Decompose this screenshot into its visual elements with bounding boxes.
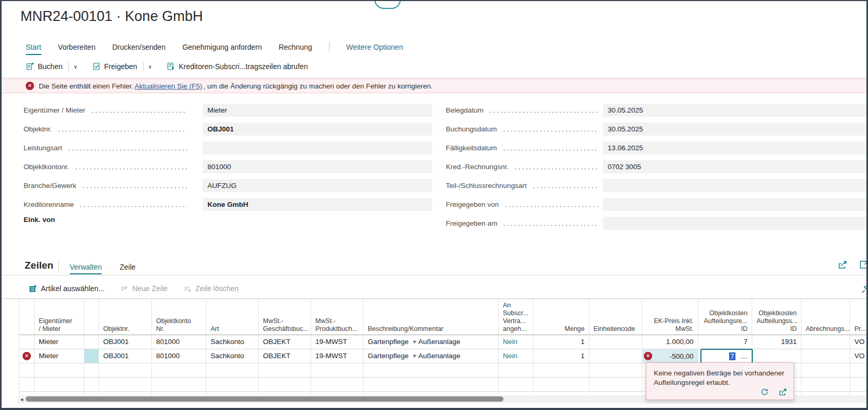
- expand-icon[interactable]: [859, 260, 868, 270]
- row2-abrechnungs[interactable]: [801, 349, 850, 363]
- row2-einheitencode[interactable]: [589, 349, 642, 363]
- belegdatum-field[interactable]: 30.05.2025: [603, 104, 868, 117]
- col-header-ek-preis[interactable]: EK-Preis Inkl. MwSt.: [642, 299, 698, 335]
- empty-cell[interactable]: [19, 392, 35, 395]
- empty-cell[interactable]: [589, 392, 642, 395]
- empty-cell[interactable]: [206, 363, 259, 378]
- row2-ek-preis[interactable]: × -500,00: [642, 349, 698, 363]
- branche-gewerk-field[interactable]: AUFZUG: [203, 179, 432, 192]
- row1-art[interactable]: Sachkonto: [206, 335, 259, 349]
- row1-ek-preis[interactable]: 1.000,00: [642, 335, 698, 349]
- empty-cell[interactable]: [499, 392, 533, 395]
- tab-rechnung[interactable]: Rechnung: [279, 43, 312, 51]
- neue-zeile-button[interactable]: Neue Zeile: [120, 284, 168, 293]
- objektkontonr-field[interactable]: 801000: [203, 160, 432, 173]
- row1-select-cell[interactable]: [84, 335, 99, 349]
- empty-cell[interactable]: [311, 363, 364, 378]
- row2-eigentuemer[interactable]: Mieter: [35, 349, 84, 363]
- empty-cell[interactable]: [589, 378, 642, 392]
- empty-cell[interactable]: [35, 392, 84, 395]
- chevron-down-icon[interactable]: ∨: [147, 64, 153, 70]
- empty-cell[interactable]: [19, 363, 35, 378]
- chevron-down-icon[interactable]: ∨: [72, 64, 78, 70]
- empty-cell[interactable]: [364, 392, 499, 395]
- empty-cell[interactable]: [84, 378, 99, 392]
- row1-pr[interactable]: VO: [850, 335, 868, 349]
- col-header-aufteilungsschema-id[interactable]: Objektkosten Aufteilungss... ID: [752, 299, 801, 335]
- empty-cell[interactable]: [35, 363, 84, 378]
- row2-status-cell[interactable]: ×: [19, 349, 35, 363]
- row2-beschreibung[interactable]: Gartenpflege + Außenanlage: [364, 349, 499, 363]
- col-header-beschreibung[interactable]: Beschreibung/Kommentar: [364, 299, 499, 335]
- empty-cell[interactable]: [364, 378, 499, 392]
- col-header-eigentuemer-mieter[interactable]: Eigentümer / Mieter: [35, 299, 84, 335]
- freigeben-button[interactable]: Freigeben ∨: [92, 62, 153, 71]
- empty-cell[interactable]: [84, 392, 99, 395]
- row1-menge[interactable]: 1: [533, 335, 589, 349]
- objektnr-field[interactable]: OBJ001: [203, 123, 432, 136]
- col-header-art[interactable]: Art: [206, 299, 259, 335]
- empty-cell[interactable]: [850, 378, 868, 392]
- tab-verwalten[interactable]: Verwalten: [70, 263, 102, 271]
- empty-cell[interactable]: [589, 363, 642, 378]
- row1-abrechnungs[interactable]: [801, 335, 850, 349]
- row1-einheitencode[interactable]: [589, 335, 642, 349]
- tab-genehmigung-anfordern[interactable]: Genehmigung anfordern: [182, 43, 262, 51]
- empty-cell[interactable]: [99, 378, 152, 392]
- row2-mwst-geschaeftsbuchung[interactable]: OBJEKT: [259, 349, 311, 363]
- row2-pr[interactable]: VO: [850, 349, 868, 363]
- row1-mwst-produktbuchung[interactable]: 19-MWST: [311, 335, 364, 349]
- row2-menge[interactable]: 1: [533, 349, 589, 363]
- empty-cell[interactable]: [206, 392, 259, 395]
- more-options-button[interactable]: Weitere Optionen: [346, 43, 403, 51]
- artikel-auswaehlen-button[interactable]: Artikel auswählen...: [29, 284, 104, 293]
- empty-cell[interactable]: [152, 363, 206, 378]
- col-header-objektkonto-nr[interactable]: Objektkonto Nr.: [152, 299, 206, 335]
- empty-cell[interactable]: [499, 378, 533, 392]
- col-header-aufteilungsregel-id[interactable]: Objektkosten Aufteilungsre... ID: [698, 299, 752, 335]
- col-header-an-subscription[interactable]: An Subscr... Vertra... angeh...: [499, 299, 533, 335]
- empty-cell[interactable]: [801, 392, 850, 395]
- empty-cell[interactable]: [19, 378, 35, 392]
- freigegeben-am-field[interactable]: [603, 217, 868, 230]
- empty-cell[interactable]: [311, 378, 364, 392]
- faelligkeitsdatum-field[interactable]: 13.06.2025: [603, 141, 868, 154]
- row1-mwst-geschaeftsbuchung[interactable]: OBJEKT: [259, 335, 311, 349]
- refresh-f5-link[interactable]: Aktualisieren Sie (F5): [135, 82, 202, 90]
- row2-an-subscription[interactable]: Nein: [499, 349, 533, 363]
- empty-cell[interactable]: [311, 392, 364, 395]
- empty-cell[interactable]: [259, 363, 311, 378]
- freigegeben-von-field[interactable]: [603, 198, 868, 211]
- tab-start[interactable]: Start: [26, 43, 41, 51]
- empty-cell[interactable]: [259, 378, 311, 392]
- row1-aufteilungsregel-id[interactable]: 7: [698, 335, 752, 349]
- kreditoren-subscription-abrufen-button[interactable]: Kreditoren-Subscri...tragszeilen abrufen: [167, 62, 308, 71]
- row1-beschreibung[interactable]: Gartenpflege + Außenanlage: [364, 335, 499, 349]
- share-icon[interactable]: [778, 387, 787, 396]
- empty-cell[interactable]: [99, 392, 152, 395]
- col-header-status[interactable]: [19, 299, 35, 335]
- aufteilungsregel-id-edit-cell[interactable]: 7 …: [700, 349, 753, 363]
- empty-cell[interactable]: [850, 363, 868, 378]
- row1-an-subscription[interactable]: Nein: [499, 335, 533, 349]
- empty-cell[interactable]: [801, 378, 850, 392]
- empty-cell[interactable]: [152, 392, 206, 395]
- empty-cell[interactable]: [259, 392, 311, 395]
- row1-objektkonto-nr[interactable]: 801000: [152, 335, 206, 349]
- row1-eigentuemer[interactable]: Mieter: [35, 335, 84, 349]
- row2-objektkonto-nr[interactable]: 801000: [152, 349, 206, 363]
- col-header-mwst-geschaeftsbuchung[interactable]: MwSt.- Geschäftsbuc...: [259, 299, 311, 335]
- scroll-left-arrow[interactable]: ◄: [19, 397, 24, 402]
- row2-mwst-produktbuchung[interactable]: 19-MWST: [311, 349, 364, 363]
- empty-cell[interactable]: [364, 363, 499, 378]
- row1-status-cell[interactable]: [19, 335, 35, 349]
- row2-select-cell[interactable]: [84, 349, 99, 363]
- row2-art[interactable]: Sachkonto: [206, 349, 259, 363]
- col-header-objektnr[interactable]: Objektnr.: [99, 299, 152, 335]
- eigentuemer-mieter-field[interactable]: Mieter: [203, 104, 432, 117]
- tab-drucken-senden[interactable]: Drucken/senden: [112, 43, 166, 51]
- collapse-header-notch[interactable]: [375, 0, 401, 9]
- empty-cell[interactable]: [533, 392, 589, 395]
- col-header-abrechnungs[interactable]: Abrechnungs...: [801, 299, 850, 335]
- empty-cell[interactable]: [206, 378, 259, 392]
